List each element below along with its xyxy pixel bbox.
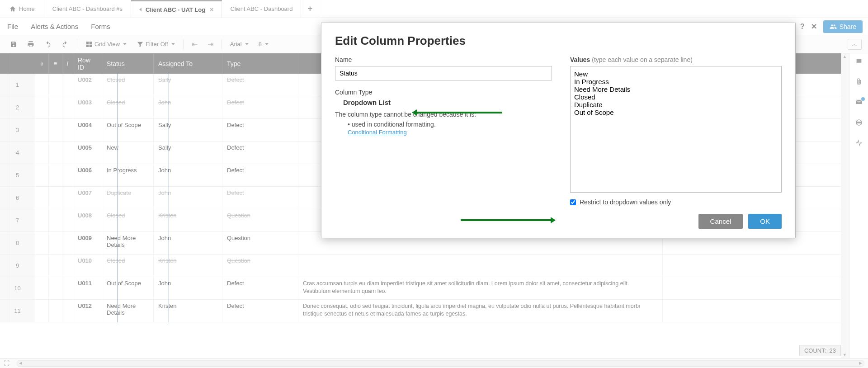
cell-attach[interactable] [35,300,49,322]
tab-dashboard[interactable]: Client ABC - Dashboard [222,0,301,18]
attachments-icon[interactable] [855,78,863,88]
cell-info[interactable] [62,164,73,186]
cell-assigned[interactable]: Sally [154,74,222,96]
restrict-checkbox[interactable] [570,199,576,205]
cell-attach[interactable] [35,142,49,164]
cell-type[interactable]: Defect [222,300,298,322]
outdent-button[interactable]: ⇤ [188,38,201,50]
cell-attach[interactable] [35,232,49,254]
cell-rowid[interactable]: U006 [73,164,102,186]
cell-type[interactable]: Defect [222,96,298,118]
cell-comment[interactable] [49,164,62,186]
cell-status[interactable]: Out of Scope [102,119,154,141]
cell-attach[interactable] [35,209,49,231]
collapse-toolbar-button[interactable]: ︿ [848,39,862,50]
cell-comment[interactable] [49,96,62,118]
cell-rowid[interactable]: U007 [73,187,102,209]
cell-assigned[interactable]: John [154,187,222,209]
cell-rowid[interactable]: U003 [73,96,102,118]
conversations-icon[interactable] [855,58,863,67]
cell-assigned[interactable]: Sally [154,142,222,164]
col-type[interactable]: Type [222,53,298,74]
cell-type[interactable]: Defect [222,277,298,299]
row-number[interactable]: 2 [0,96,35,118]
cell-type[interactable]: Question [222,255,298,277]
cell-info[interactable] [62,119,73,141]
cell-info[interactable] [62,74,73,96]
cell-comment[interactable] [49,232,62,254]
cell-status[interactable]: New [102,142,154,164]
cell-attach[interactable] [35,277,49,299]
cell-type[interactable]: Defect [222,142,298,164]
cell-rowid[interactable]: U008 [73,209,102,231]
indent-button[interactable]: ⇥ [204,38,217,50]
cell-info[interactable] [62,96,73,118]
grid-view-dropdown[interactable]: Grid View [82,39,130,50]
cancel-button[interactable]: Cancel [698,214,743,229]
cell-rowid[interactable]: U002 [73,74,102,96]
table-row[interactable]: 11U012Need More DetailsKristenDefectDone… [0,300,841,322]
notifications-icon[interactable] [855,99,863,108]
col-assigned[interactable]: Assigned To [154,53,222,74]
close-icon[interactable]: × [210,6,213,13]
cell-rowid[interactable]: U010 [73,255,102,277]
activity-icon[interactable] [855,139,863,149]
cell-attach[interactable] [35,255,49,277]
column-name-input[interactable] [335,66,552,80]
row-number[interactable]: 7 [0,209,35,231]
cell-type[interactable]: Question [222,209,298,231]
col-rowid[interactable]: Row ID [73,53,102,74]
scroll-up-icon[interactable]: ▲ [843,54,847,59]
cell-assigned[interactable]: Kristen [154,300,222,322]
menu-file[interactable]: File [7,23,18,30]
cell-status[interactable]: Closed [102,74,154,96]
cell-comment[interactable] [49,277,62,299]
cell-rowid[interactable]: U011 [73,277,102,299]
cell-status[interactable]: Out of Scope [102,277,154,299]
expand-col[interactable] [0,53,8,74]
cell-attach[interactable] [35,187,49,209]
values-textarea[interactable] [570,66,782,193]
cell-comment[interactable] [49,209,62,231]
cell-assigned[interactable]: John [154,277,222,299]
cell-status[interactable]: Closed [102,96,154,118]
cell-assigned[interactable]: John [154,232,222,254]
row-number[interactable]: 4 [0,142,35,164]
cell-assigned[interactable]: John [154,96,222,118]
menu-alerts[interactable]: Alerts & Actions [31,23,78,30]
table-row[interactable]: 9U010ClosedKristenQuestion [0,255,841,277]
cell-assigned[interactable]: John [154,164,222,186]
vertical-scrollbar[interactable]: ▲ ▼ [841,53,849,358]
row-number[interactable]: 8 [0,232,35,254]
rownum-header[interactable] [8,53,35,74]
conditional-formatting-link[interactable]: Conditional Formatting [348,129,407,136]
row-number[interactable]: 5 [0,164,35,186]
cell-comment[interactable] [49,119,62,141]
cell-comment[interactable] [49,300,62,322]
cell-info[interactable] [62,232,73,254]
cell-rowid[interactable]: U004 [73,119,102,141]
cell-status[interactable]: In Progress [102,164,154,186]
cell-comment[interactable] [49,74,62,96]
cell-type[interactable]: Defect [222,119,298,141]
ok-button[interactable]: OK [748,214,782,229]
horizontal-scrollbar[interactable]: ◀▶ [17,360,864,367]
publish-icon[interactable] [855,119,863,128]
cell-description[interactable] [298,255,663,277]
cell-assigned[interactable]: Kristen [154,255,222,277]
cell-info[interactable] [62,300,73,322]
redo-button[interactable] [58,39,72,50]
cell-status[interactable]: Duplicate [102,187,154,209]
help-icon[interactable]: ? [800,23,805,31]
cell-status[interactable]: Need More Details [102,232,154,254]
cell-attach[interactable] [35,74,49,96]
menu-forms[interactable]: Forms [91,23,110,30]
cell-description[interactable]: Donec consequat, odio sed feugiat tincid… [298,300,663,322]
row-number[interactable]: 3 [0,119,35,141]
tab-uat-log[interactable]: Client ABC - UAT Log × [131,0,222,18]
cell-info[interactable] [62,277,73,299]
share-button[interactable]: Share [823,20,863,33]
cell-rowid[interactable]: U012 [73,300,102,322]
scroll-down-icon[interactable]: ▼ [843,353,847,357]
undo-button[interactable] [41,39,55,50]
